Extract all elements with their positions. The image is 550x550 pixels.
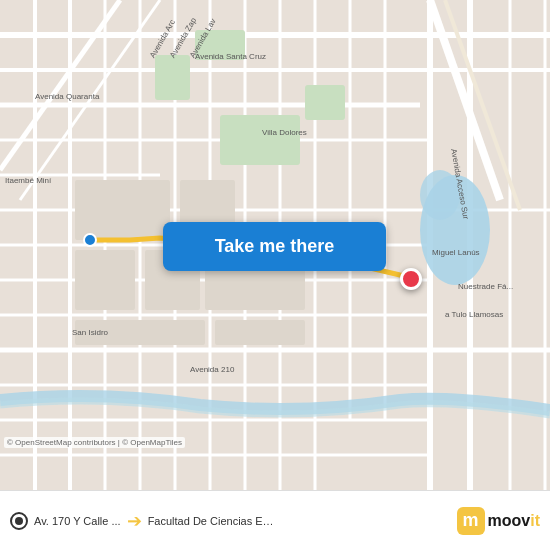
svg-rect-42: [75, 320, 205, 345]
svg-rect-36: [155, 55, 190, 100]
svg-point-32: [420, 170, 460, 220]
moovit-logo: m moovit: [457, 507, 540, 535]
moovit-logo-section: m moovit: [457, 507, 540, 535]
svg-rect-43: [215, 320, 305, 345]
take-me-there-button[interactable]: Take me there: [163, 222, 386, 271]
arrow-right-icon: ➔: [127, 510, 142, 532]
take-me-there-label: Take me there: [215, 236, 335, 257]
svg-point-46: [84, 234, 96, 246]
svg-rect-39: [75, 250, 135, 310]
svg-rect-35: [195, 30, 245, 60]
origin-dot: [10, 512, 28, 530]
origin-dot-inner: [15, 517, 23, 525]
route-info-section: Av. 170 Y Calle ... ➔ Facultad De Cienci…: [10, 510, 457, 532]
destination-text: Facultad De Ciencias Económica...: [148, 515, 278, 527]
moovit-logo-text: moovit: [488, 512, 540, 530]
route-info: Av. 170 Y Calle ... ➔ Facultad De Cienci…: [28, 510, 457, 532]
svg-rect-34: [305, 85, 345, 120]
map-attribution: © OpenStreetMap contributors | © OpenMap…: [4, 437, 185, 448]
bottom-bar: Av. 170 Y Calle ... ➔ Facultad De Cienci…: [0, 490, 550, 550]
origin-text: Av. 170 Y Calle ...: [34, 515, 121, 527]
moovit-logo-icon: m: [457, 507, 485, 535]
destination-marker: [400, 268, 422, 290]
map-container: Avenida Quaranta Avenida Santa Cruz Vill…: [0, 0, 550, 490]
svg-rect-37: [75, 180, 170, 240]
svg-rect-33: [220, 115, 300, 165]
